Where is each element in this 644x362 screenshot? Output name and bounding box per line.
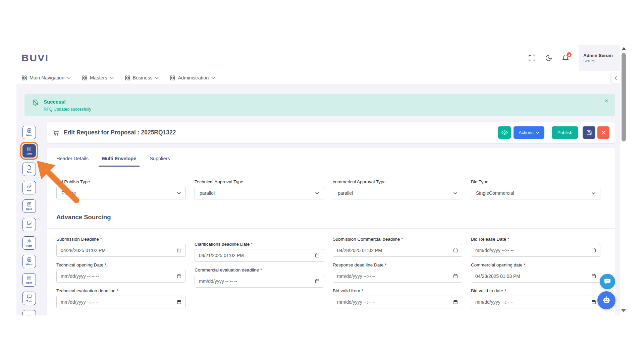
bid-publish-type-select[interactable]: Private	[56, 187, 186, 199]
section-divider	[47, 228, 615, 229]
chevron-left-icon	[614, 76, 617, 80]
user-menu[interactable]: Admin Serum Serum	[579, 45, 620, 71]
scrollbar-up-arrow[interactable]	[622, 47, 626, 50]
chevron-down-icon	[155, 77, 159, 79]
calendar-icon[interactable]	[177, 248, 181, 253]
chat-bubble-button[interactable]	[600, 274, 615, 289]
field-label: Bid Publish Type	[56, 179, 186, 184]
alert-close-icon[interactable]: ×	[605, 98, 608, 104]
sidebar-item-doc[interactable]: Doc	[22, 163, 36, 176]
screen: BUVI 4	[0, 0, 644, 362]
field-technical-evaluation-deadline: Technical evaluation deadline * mm/dd/yy…	[56, 288, 186, 308]
date-column-2: Clarifications deadline Date * 04/21/202…	[195, 237, 324, 314]
toolbar: Actions Publish	[498, 126, 609, 139]
bid-valid-from-input[interactable]: mm/dd/yyyy --:-- --	[333, 296, 462, 308]
technical-evaluation-deadline-input[interactable]: mm/dd/yyyy --:-- --	[56, 296, 186, 308]
team-icon	[27, 239, 32, 244]
calendar-icon[interactable]	[315, 279, 320, 284]
field-submission-deadline: Submission Deadline * 04/28/2025 01:02 P…	[56, 237, 186, 257]
bell-slash-icon	[32, 99, 39, 106]
main-menu-bar: Main Navigation Masters Business Adminis…	[16, 71, 620, 85]
commercial-approval-type-select[interactable]: parallel	[333, 187, 462, 199]
robot-icon	[602, 296, 611, 305]
tabs: Header Details Multi Envelope Suppliers	[47, 148, 615, 167]
close-button[interactable]	[597, 126, 609, 139]
field-clarifications-deadline-date: Clarifications deadline Date * 04/21/202…	[195, 242, 324, 262]
page-title: Edit Request for Proposal : 2025RQ1322	[64, 129, 176, 136]
commercial-opening-date-input[interactable]: 04/28/2025 01:03 PM	[471, 270, 600, 283]
user-role: Serum	[583, 59, 620, 63]
user-name: Admin Serum	[583, 53, 620, 58]
nav-item-masters[interactable]: Masters	[82, 75, 114, 80]
sidebar-item-spec[interactable]: Spec	[22, 199, 36, 213]
dark-mode-moon-icon[interactable]	[545, 54, 552, 62]
sidebar-item-line[interactable]: Line	[22, 144, 36, 158]
alert-message: RFQ Updated succesfully	[44, 107, 91, 112]
notifications-bell-icon[interactable]: 4	[562, 54, 569, 62]
nav-item-business[interactable]: Business	[125, 75, 159, 80]
paperclip-icon	[27, 183, 32, 188]
actions-button[interactable]: Actions	[514, 126, 544, 139]
field-response-dead-line-date: Response dead line Date * mm/dd/yyyy --:…	[333, 262, 462, 283]
topbar-right: 4 Admin Serum Serum	[528, 45, 620, 71]
collapse-panel-button[interactable]	[611, 73, 620, 83]
field-bid-valid-from: Bid valid from * mm/dd/yyyy --:-- --	[333, 288, 462, 308]
preview-button[interactable]	[498, 126, 511, 139]
calendar-icon[interactable]	[315, 253, 320, 258]
field-bid-publish-type: Bid Publish Type Private	[56, 179, 186, 199]
calendar-icon[interactable]	[453, 300, 458, 304]
calendar-icon[interactable]	[591, 248, 596, 253]
nav-label: Administration	[178, 75, 209, 80]
bid-release-date-input[interactable]: mm/dd/yyyy --:-- --	[471, 244, 600, 257]
date-column-3: Submission Commercial deadline * 04/28/2…	[333, 237, 462, 314]
fullscreen-icon[interactable]	[528, 54, 536, 62]
sidebar-item-note[interactable]: Note	[22, 218, 36, 231]
publish-button[interactable]: Publish	[552, 126, 578, 139]
alert-title: Success!	[44, 99, 91, 105]
response-dead-line-date-input[interactable]: mm/dd/yyyy --:-- --	[333, 270, 462, 283]
submission-deadline-input[interactable]: 04/28/2025 01:02 PM	[56, 244, 186, 257]
sidebar-item-team[interactable]: Team	[22, 236, 36, 250]
page-content: Success! RFQ Updated succesfully × Main …	[16, 85, 620, 315]
submission-commercial-deadline-input[interactable]: 04/28/2025 01:02 PM	[333, 244, 462, 257]
date-fields-grid: Submission Deadline * 04/28/2025 01:02 P…	[47, 237, 615, 314]
calendar-icon[interactable]	[453, 248, 458, 253]
calendar-icon[interactable]	[591, 300, 596, 304]
calendar-icon[interactable]	[591, 274, 596, 279]
tab-suppliers[interactable]: Suppliers	[146, 153, 173, 167]
select-fields-row: Bid Publish Type Private Technical Appro…	[47, 179, 615, 199]
commercial-evaluation-deadline-input[interactable]: mm/dd/yyyy --:-- --	[195, 275, 324, 288]
tab-header-details[interactable]: Header Details	[53, 153, 92, 167]
chat-icon	[27, 314, 32, 316]
sidebar-item-tech[interactable]: Tech	[22, 292, 36, 305]
save-button[interactable]	[583, 126, 595, 139]
nav-item-main-navigation[interactable]: Main Navigation	[22, 75, 71, 80]
calendar-icon[interactable]	[177, 300, 181, 304]
tab-multi-envelope[interactable]: Multi Envelope	[99, 153, 140, 167]
technical-opening-date-input[interactable]: mm/dd/yyyy --:-- --	[56, 270, 186, 283]
scrollbar-down-arrow[interactable]	[621, 309, 626, 312]
section-title: Advance Sourcing	[56, 214, 615, 221]
bid-valid-to-date-input[interactable]: mm/dd/yyyy --:-- --	[471, 296, 600, 308]
nav-label: Main Navigation	[30, 75, 64, 80]
sidebar-item-open[interactable]: Open	[22, 273, 36, 287]
bid-type-select[interactable]: SingleCommercial	[471, 187, 600, 199]
sidebar-item-main[interactable]: Main	[22, 126, 36, 139]
sidebar-item-partial[interactable]	[22, 310, 36, 315]
save-icon	[586, 130, 592, 135]
nav-item-administration[interactable]: Administration	[170, 75, 215, 80]
clarifications-deadline-date-input[interactable]: 04/21/2025 01:02 PM	[195, 249, 324, 262]
robot-assistant-button[interactable]	[597, 291, 615, 309]
technical-approval-type-select[interactable]: parallel	[195, 187, 324, 199]
document-lines-icon	[27, 128, 32, 133]
field-commercial-evaluation-deadline: Commercial evaluation deadline * mm/dd/y…	[195, 267, 324, 288]
chat-icon	[27, 294, 32, 299]
cart-icon	[52, 129, 59, 136]
scrollbar-thumb[interactable]	[622, 53, 626, 141]
calendar-icon[interactable]	[453, 274, 458, 279]
chevron-down-icon	[315, 192, 319, 194]
sidebar-item-file[interactable]: File	[22, 181, 36, 194]
nav-label: Business	[133, 75, 153, 80]
sidebar-item-word[interactable]: Word	[22, 255, 36, 268]
calendar-icon[interactable]	[177, 274, 181, 279]
